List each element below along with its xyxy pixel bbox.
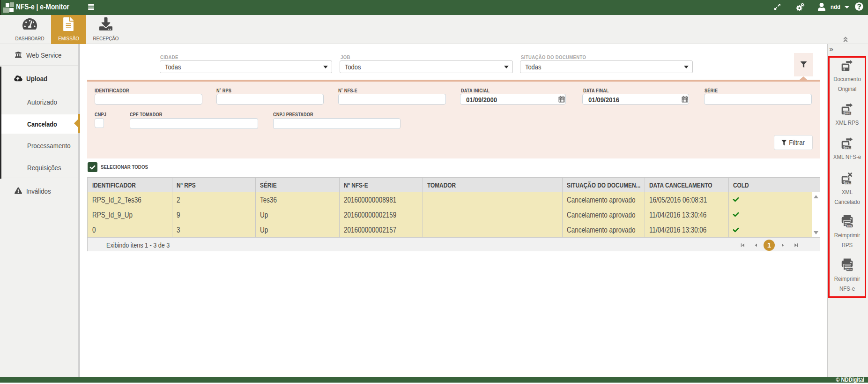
svg-text:NFS-e: NFS-e	[845, 182, 851, 184]
svg-text:RPS: RPS	[845, 112, 850, 115]
svg-text:NFS-e: NFS-e	[846, 268, 853, 271]
svg-text:RPS: RPS	[847, 225, 852, 227]
svg-text:NFS-e: NFS-e	[845, 147, 851, 149]
